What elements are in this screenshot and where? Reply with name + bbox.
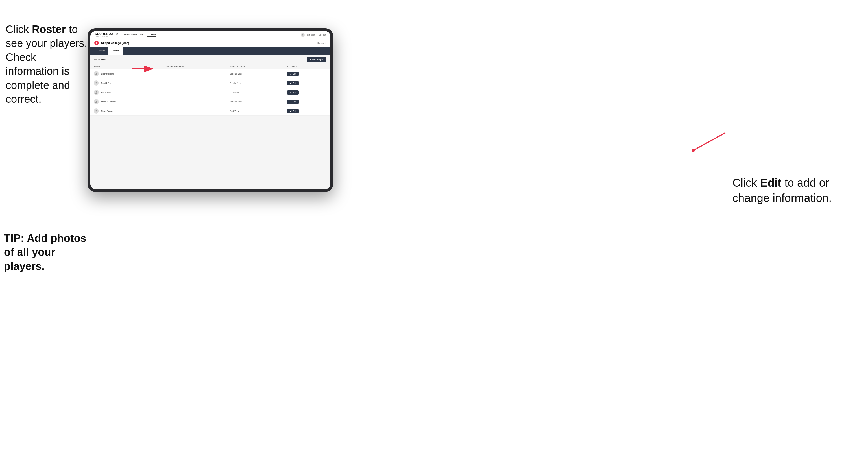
players-content: PLAYERS + Add Player NAME EMAIL ADDRESS … [90,55,330,189]
player-avatar [94,108,99,114]
table-row: David Ford Fourth Year Edit [90,79,330,88]
sign-out-link[interactable]: Sign out [318,34,326,36]
player-email [163,97,226,106]
player-year: Third Year [226,88,284,97]
player-actions: Edit [284,106,330,116]
player-email [163,88,226,97]
player-name-cell: Marcus Turner [90,97,163,106]
col-actions: ACTIONS [284,64,330,69]
table-row: Blair McHarg Second Year Edit [90,69,330,79]
nav-bar: SCOREBOARD Powered by clippi TOURNAMENTS… [90,31,330,39]
team-name-area: C Clippd College (Men) [94,41,129,45]
players-label: PLAYERS [94,58,106,61]
edit-button[interactable]: Edit [287,81,299,85]
player-avatar [94,71,99,76]
nav-right: Test User | Sign out [301,33,326,37]
player-year: Second Year [226,97,284,106]
svg-point-9 [95,93,97,94]
player-name: Elliot Ebert [101,91,112,94]
team-logo-icon: C [94,41,99,45]
tablet-device: SCOREBOARD Powered by clippi TOURNAMENTS… [88,28,333,192]
instruction-left: Click Roster to see your players. Check … [6,23,88,106]
players-table: NAME EMAIL ADDRESS SCHOOL YEAR ACTIONS B… [90,64,330,116]
player-year: Fourth Year [226,79,284,88]
table-row: Marcus Turner Second Year Edit [90,97,330,106]
tablet-screen: SCOREBOARD Powered by clippi TOURNAMENTS… [90,31,330,189]
player-name-cell: Elliot Ebert [90,88,163,97]
player-email [163,69,226,79]
edit-button[interactable]: Edit [287,109,299,113]
table-row: Elliot Ebert Third Year Edit [90,88,330,97]
player-year: Second Year [226,69,284,79]
edit-button[interactable]: Edit [287,100,299,104]
players-tbody: Blair McHarg Second Year Edit David Ford… [90,69,330,116]
player-email [163,106,226,116]
player-name: David Ford [101,82,112,85]
player-actions: Edit [284,69,330,79]
tab-details[interactable]: Details [94,47,108,55]
team-header: C Clippd College (Men) Cancel × [90,39,330,47]
instruction-right: Click Edit to add or change information. [733,175,845,206]
svg-point-8 [96,91,97,92]
tabs-bar: Details Roster [90,47,330,55]
svg-point-6 [96,82,97,83]
svg-point-13 [95,112,97,113]
players-toolbar: PLAYERS + Add Player [90,55,330,64]
table-header: NAME EMAIL ADDRESS SCHOOL YEAR ACTIONS [90,64,330,69]
svg-point-12 [96,110,97,111]
nav-separator: | [316,34,317,36]
add-player-button[interactable]: + Add Player [307,57,327,62]
player-year: First Year [226,106,284,116]
svg-point-5 [95,74,97,75]
player-actions: Edit [284,79,330,88]
player-email [163,79,226,88]
user-label: Test User [306,34,315,36]
player-name: Marcus Turner [101,100,116,103]
player-avatar [94,99,99,104]
nav-teams[interactable]: TEAMS [147,33,156,37]
nav-tournaments[interactable]: TOURNAMENTS [124,33,143,37]
roster-arrow [129,63,158,76]
player-name-cell: David Ford [90,79,163,88]
player-name: Piers Parnell [101,110,114,113]
player-name-cell: Piers Parnell [90,106,163,116]
tab-roster[interactable]: Roster [108,47,122,55]
col-year: SCHOOL YEAR [226,64,284,69]
player-name: Blair McHarg [101,72,114,75]
edit-button[interactable]: Edit [287,90,299,95]
svg-point-3 [302,35,304,36]
svg-point-7 [95,84,97,85]
player-avatar [94,90,99,95]
svg-point-10 [96,100,97,102]
cancel-button[interactable]: Cancel × [317,42,327,44]
svg-point-4 [96,72,97,74]
player-avatar [94,81,99,86]
edit-arrow [691,130,728,154]
user-icon [301,33,305,37]
player-actions: Edit [284,88,330,97]
edit-button[interactable]: Edit [287,72,299,76]
scoreboard-logo: SCOREBOARD Powered by clippi [95,33,118,37]
svg-point-11 [95,102,97,103]
table-row: Piers Parnell First Year Edit [90,106,330,116]
logo-sub: Powered by clippi [95,36,118,37]
svg-point-2 [302,34,303,35]
nav-links: TOURNAMENTS TEAMS [124,33,156,37]
team-name: Clippd College (Men) [101,41,129,44]
tip-text: TIP: Add photos of all your players. [4,231,89,273]
nav-left: SCOREBOARD Powered by clippi TOURNAMENTS… [95,33,156,37]
col-email: EMAIL ADDRESS [163,64,226,69]
player-actions: Edit [284,97,330,106]
